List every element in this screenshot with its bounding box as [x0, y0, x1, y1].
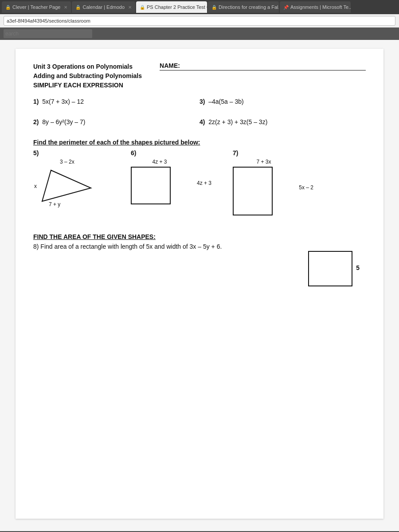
- square-shape-wrapper: 4z + 3: [131, 167, 188, 204]
- triangle-label-bottom: 7 + y: [49, 201, 60, 207]
- problems-section: 1) 5x(7 + 3x) – 12 3) –4a(5a – 3b) 2) 8y…: [33, 98, 366, 125]
- shape5-num: 5): [33, 149, 122, 156]
- problem-row-1-3: 1) 5x(7 + 3x) – 12 3) –4a(5a – 3b): [33, 98, 366, 105]
- tab-assignments[interactable]: 📌 Assignments | Microsoft Te... ✕: [280, 1, 351, 13]
- tab-favicon-ps: 🔒: [140, 5, 145, 10]
- triangle-container: 3 – 2x x 7 + y: [33, 159, 104, 207]
- tab-close-edmodo[interactable]: ✕: [128, 5, 132, 10]
- shape5-container: 5) 3 – 2x x 7 + y: [33, 149, 122, 207]
- num5-label: 5: [356, 264, 360, 271]
- triangle-label-left: x: [34, 183, 37, 189]
- problem-1: 1) 5x(7 + 3x) – 12: [33, 98, 200, 105]
- rect-shape-wrapper: 5x – 2: [233, 167, 290, 215]
- rect-container: 7 + 3x 5x – 2: [233, 159, 290, 215]
- prob3-num: 3): [200, 98, 205, 105]
- rect-problem8: [308, 251, 352, 286]
- shapes-header: Find the perimeter of each of the shapes…: [33, 139, 366, 146]
- problem-2: 2) 8y – 6y²(3y – 7): [33, 118, 200, 125]
- tab-ps-chapter[interactable]: 🔒 PS Chapter 2 Practice Test C ✕: [136, 1, 207, 13]
- tab-label-ps: PS Chapter 2 Practice Test C: [147, 4, 207, 10]
- title-line3: SIMPLIFY EACH EXPRESSION: [33, 81, 142, 90]
- rect-shape: [233, 167, 273, 215]
- rect-label-top: 7 + 3x: [237, 159, 290, 165]
- search-bar: [0, 27, 399, 40]
- tab-label-clever: Clever | Teacher Page: [12, 4, 60, 10]
- worksheet-header: Unit 3 Operations on Polynomials Adding …: [33, 62, 366, 90]
- svg-marker-0: [42, 170, 91, 201]
- tab-close-clever[interactable]: ✕: [64, 5, 67, 10]
- tab-favicon-dir: 🔒: [211, 5, 217, 10]
- square-label-right: 4z + 3: [197, 180, 211, 186]
- page-content: Unit 3 Operations on Polynomials Adding …: [0, 40, 399, 531]
- prob1-num: 1): [33, 98, 39, 105]
- search-input[interactable]: [4, 29, 92, 38]
- tab-edmodo[interactable]: 🔒 Calendar | Edmodo ✕: [72, 1, 135, 13]
- worksheet-title: Unit 3 Operations on Polynomials Adding …: [33, 62, 142, 90]
- tab-favicon-clever: 🔒: [5, 5, 11, 10]
- tab-label-edmodo: Calendar | Edmodo: [82, 4, 125, 10]
- rect-label-right: 5x – 2: [299, 184, 313, 191]
- problem-row-2-4: 2) 8y – 6y²(3y – 7) 4) 2z(z + 3) + 3z(5 …: [33, 118, 366, 125]
- shape7-num: 7): [233, 149, 321, 156]
- shape7-container: 7) 7 + 3x 5x – 2: [233, 149, 321, 215]
- triangle-label-top: 3 – 2x: [60, 159, 74, 165]
- address-bar: [0, 14, 399, 27]
- tab-bar: 🔒 Clever | Teacher Page ✕ 🔒 Calendar | E…: [0, 0, 399, 14]
- worksheet: Unit 3 Operations on Polynomials Adding …: [16, 49, 383, 519]
- prob3-expr: –4a(5a – 3b): [208, 98, 243, 105]
- prob1-expr: 5x(7 + 3x) – 12: [42, 98, 84, 105]
- tab-favicon-edmodo: 🔒: [75, 5, 81, 10]
- tab-label-dir: Directions for creating a Fal...: [219, 4, 279, 10]
- name-section: NAME:: [160, 62, 366, 90]
- tab-label-assign: Assignments | Microsoft Te...: [290, 4, 351, 10]
- tab-favicon-assign: 📌: [283, 5, 289, 10]
- problem-3: 3) –4a(5a – 3b): [200, 98, 366, 105]
- shapes-section: Find the perimeter of each of the shapes…: [33, 139, 366, 215]
- name-label: NAME:: [160, 62, 366, 70]
- prob2-expr: 8y – 6y²(3y – 7): [42, 118, 85, 125]
- title-line1: Unit 3 Operations on Polynomials: [33, 62, 142, 71]
- shape6-container: 6) 4z + 3 4z + 3: [131, 149, 219, 204]
- area-header: FIND THE AREA OF THE GIVEN SHAPES:: [33, 233, 366, 240]
- address-input[interactable]: [4, 16, 395, 26]
- prob2-num: 2): [33, 118, 39, 125]
- tab-clever[interactable]: 🔒 Clever | Teacher Page ✕: [2, 1, 71, 13]
- tab-directions[interactable]: 🔒 Directions for creating a Fal... ✕: [208, 1, 279, 13]
- area-problem8: 8) Find area of a rectangle with length …: [33, 243, 366, 250]
- prob4-expr: 2z(z + 3) + 3z(5 – 3z): [208, 118, 267, 125]
- square-shape: [131, 167, 171, 204]
- square-label-top: 4z + 3: [131, 159, 188, 165]
- area-section: FIND THE AREA OF THE GIVEN SHAPES: 8) Fi…: [33, 233, 366, 250]
- square-container: 4z + 3 4z + 3: [131, 159, 188, 204]
- browser-chrome: 🔒 Clever | Teacher Page ✕ 🔒 Calendar | E…: [0, 0, 399, 40]
- triangle-svg: [38, 166, 95, 206]
- shape6-num: 6): [131, 149, 219, 156]
- title-line2: Adding and Subtracting Polynomials: [33, 71, 142, 81]
- prob4-num: 4): [200, 118, 205, 125]
- problem-4: 4) 2z(z + 3) + 3z(5 – 3z): [200, 118, 366, 125]
